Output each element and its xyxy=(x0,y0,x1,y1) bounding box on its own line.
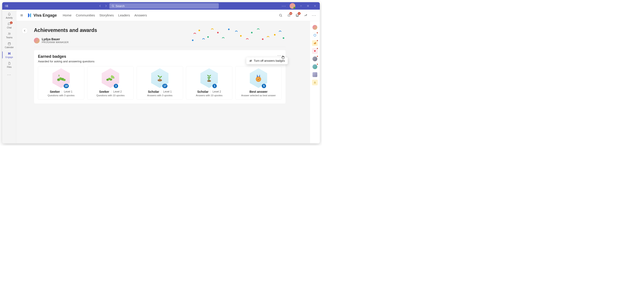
nav-leaders[interactable]: Leaders xyxy=(118,13,130,17)
svg-rect-10 xyxy=(8,43,10,45)
user-avatar[interactable] xyxy=(34,38,40,44)
rail-calendar[interactable]: Calender xyxy=(2,40,16,50)
engage-more-button[interactable]: ··· xyxy=(311,13,317,18)
badge-name: Best answer xyxy=(250,90,267,94)
badge-card[interactable]: 19 Seeker Level 1 Questions with 3 upvot… xyxy=(38,66,84,100)
svg-point-26 xyxy=(262,38,264,40)
svg-point-20 xyxy=(198,30,200,31)
action-heart[interactable] xyxy=(312,48,318,54)
svg-point-35 xyxy=(63,79,66,81)
seedling-icon xyxy=(156,74,164,82)
engage-icon xyxy=(7,52,11,55)
nav-answers[interactable]: Answers xyxy=(134,13,147,17)
action-chart[interactable] xyxy=(312,40,318,46)
svg-point-40 xyxy=(107,79,108,80)
rail-more-button[interactable]: ··· xyxy=(2,71,16,78)
svg-point-24 xyxy=(240,35,242,37)
badge-count: 19 xyxy=(64,84,69,88)
popover-label: Turn off answers badges xyxy=(254,59,285,62)
rail-activity[interactable]: Activity xyxy=(2,11,16,20)
hamburger-button[interactable] xyxy=(19,13,24,18)
badge-name: Scholar xyxy=(197,90,208,94)
engage-search-button[interactable] xyxy=(278,12,284,18)
settings-more-button[interactable]: ··· xyxy=(281,3,287,9)
svg-point-2 xyxy=(112,5,114,6)
badge-description: Answers with 10 upvotes xyxy=(196,94,222,97)
svg-point-21 xyxy=(208,36,209,38)
back-button[interactable] xyxy=(22,28,28,34)
svg-point-45 xyxy=(256,77,260,81)
viva-engage-logo xyxy=(27,13,32,18)
teams-logo xyxy=(4,3,9,8)
badge-card[interactable]: 17 Scholar Level 1 Answers with 3 upvote… xyxy=(137,66,183,100)
user-name: Lydya Bauer xyxy=(42,38,69,41)
badge-card[interactable]: 5 Best answer Answer selected as best an… xyxy=(236,66,282,100)
action-rail xyxy=(310,21,320,143)
notifications-button[interactable]: 12 xyxy=(286,12,292,18)
rail-files[interactable]: Files xyxy=(2,60,16,69)
svg-line-3 xyxy=(114,6,114,7)
rail-teams[interactable]: Teams xyxy=(2,31,16,40)
svg-point-28 xyxy=(283,38,284,39)
nav-communities[interactable]: Communities xyxy=(76,13,95,17)
search-input[interactable] xyxy=(116,4,217,8)
earned-badges-panel: Earned badges Awarded for asking and ans… xyxy=(34,50,286,104)
badge-count: 5 xyxy=(262,84,266,88)
action-copilot[interactable] xyxy=(312,32,318,38)
svg-point-29 xyxy=(192,40,194,41)
svg-rect-0 xyxy=(5,5,7,7)
action-person-2[interactable] xyxy=(312,64,318,70)
svg-point-36 xyxy=(58,79,58,80)
badge-description: Questions with 3 upvotes xyxy=(48,94,74,97)
svg-rect-47 xyxy=(314,43,314,44)
nav-forward-button[interactable] xyxy=(103,3,108,8)
current-user-avatar[interactable] xyxy=(290,3,295,9)
engage-nav: Home Communities Storylines Leaders Answ… xyxy=(63,13,147,17)
global-search[interactable] xyxy=(110,3,219,9)
badge-level: Level 2 xyxy=(210,90,221,93)
file-icon xyxy=(7,61,11,65)
badge-name: Seeker xyxy=(50,90,60,94)
rail-engage[interactable]: Engage xyxy=(2,50,16,60)
svg-point-22 xyxy=(217,32,219,34)
badge-level: Level 1 xyxy=(161,90,172,93)
badge-count: 3 xyxy=(114,84,118,88)
svg-rect-5 xyxy=(307,5,308,6)
nav-home[interactable]: Home xyxy=(63,13,72,17)
action-avatar[interactable] xyxy=(312,24,318,30)
badge-card[interactable]: 1 Scholar Level 2 Answers with 10 upvote… xyxy=(186,66,232,100)
caterpillar-icon xyxy=(56,74,66,82)
svg-rect-50 xyxy=(314,82,316,84)
window-maximize-button[interactable] xyxy=(305,3,311,9)
svg-point-1 xyxy=(7,5,8,6)
svg-point-8 xyxy=(8,33,9,34)
nav-back-button[interactable] xyxy=(98,3,103,8)
brand: Viva Engage xyxy=(27,13,57,18)
confetti-graphic xyxy=(190,25,288,42)
search-icon xyxy=(279,14,282,17)
rail-chat[interactable]: 1 Chat xyxy=(2,21,16,30)
action-person-3[interactable] xyxy=(312,72,318,78)
badge-description: Questions with 10 upvotes xyxy=(96,94,124,97)
inbox-button[interactable]: 5 xyxy=(294,12,300,18)
notifications-badge: 12 xyxy=(290,12,292,15)
svg-point-25 xyxy=(251,32,253,34)
medal-icon xyxy=(254,74,263,83)
action-person-1[interactable] xyxy=(312,56,318,62)
calendar-icon xyxy=(7,42,11,46)
svg-point-23 xyxy=(228,29,230,30)
window-close-button[interactable] xyxy=(312,3,318,9)
window-minimize-button[interactable] xyxy=(298,3,304,9)
content-area: Achievements and awards Lydya Bauer PROG… xyxy=(16,21,310,143)
analytics-button[interactable] xyxy=(303,12,308,18)
chat-badge: 1 xyxy=(10,22,13,24)
people-icon xyxy=(7,32,11,36)
search-icon xyxy=(112,4,114,8)
plant-icon xyxy=(205,74,214,83)
badge-name: Scholar xyxy=(148,90,159,94)
badge-count: 1 xyxy=(212,84,217,88)
nav-storylines[interactable]: Storylines xyxy=(99,13,114,17)
badge-card[interactable]: 3 Seeker Level 2 Questions with 10 upvot… xyxy=(87,66,134,100)
svg-line-18 xyxy=(281,16,282,17)
action-lock[interactable] xyxy=(312,80,318,85)
